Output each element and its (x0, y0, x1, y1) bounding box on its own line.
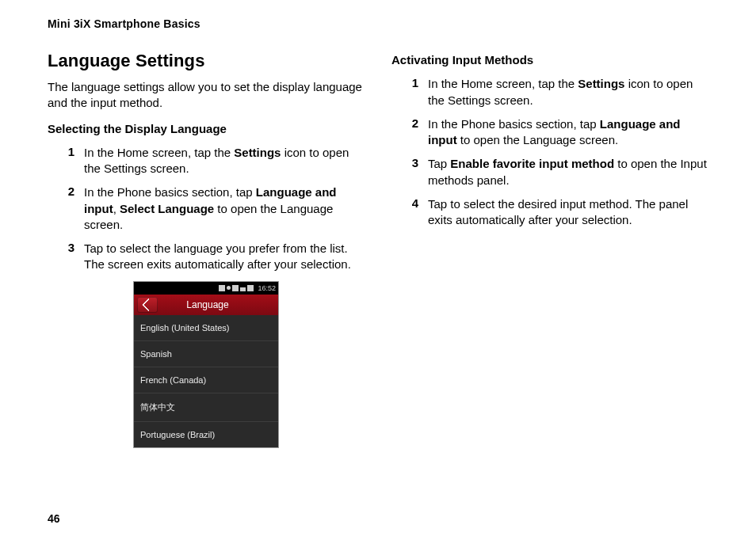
back-arrow-icon (142, 298, 155, 311)
step-number: 1 (65, 145, 74, 177)
status-icons (219, 285, 254, 291)
status-time: 16:52 (258, 284, 276, 292)
language-option[interactable]: Spanish (134, 341, 278, 367)
step-item: 1 In the Home screen, tap the Settings i… (65, 145, 365, 177)
two-column-layout: Language Settings The language settings … (48, 44, 708, 448)
step-number: 3 (409, 156, 418, 188)
step-item: 3 Tap Enable favorite input method to op… (409, 156, 708, 188)
language-option[interactable]: Portuguese (Brazil) (134, 422, 278, 447)
bold-term: Settings (234, 146, 281, 159)
section-title: Language Settings (48, 51, 365, 71)
language-option[interactable]: 简体中文 (134, 393, 278, 422)
text: Tap (428, 157, 450, 170)
step-text: Tap Enable favorite input method to open… (428, 156, 708, 188)
step-text: In the Home screen, tap the Settings ico… (84, 145, 365, 177)
step-text: Tap to select the language you prefer fr… (84, 241, 365, 273)
bold-term: Settings (578, 77, 624, 90)
phone-status-bar: 16:52 (134, 282, 278, 295)
language-list: English (United States) Spanish French (… (134, 315, 278, 447)
left-column: Language Settings The language settings … (48, 44, 365, 448)
battery-icon (247, 285, 254, 291)
text: , (113, 202, 120, 215)
subhead-activating-input: Activating Input Methods (391, 52, 708, 68)
right-column: Activating Input Methods 1 In the Home s… (391, 44, 708, 448)
step-number: 4 (409, 196, 418, 229)
bold-term: Select Language (120, 202, 214, 215)
intro-paragraph: The language settings allow you to set t… (48, 79, 365, 112)
network-icon (232, 285, 239, 291)
signal-dot-icon (227, 286, 231, 290)
step-text: In the Phone basics section, tap Languag… (428, 116, 708, 149)
step-number: 2 (65, 184, 74, 233)
steps-select-language: 1 In the Home screen, tap the Settings i… (48, 145, 365, 273)
text: to open the Language screen. (457, 133, 619, 146)
running-head: Mini 3iX Smartphone Basics (48, 17, 708, 30)
phone-screenshot: 16:52 Language English (United States) S… (133, 281, 279, 448)
text: In the Phone basics section, tap (428, 117, 600, 131)
signal-bars-icon (240, 285, 246, 291)
phone-title-bar: Language (134, 295, 278, 315)
subhead-select-language: Selecting the Display Language (48, 121, 365, 137)
language-option[interactable]: French (Canada) (134, 367, 278, 393)
sd-card-icon (219, 285, 225, 291)
text: In the Phone basics section, tap (84, 185, 256, 199)
step-item: 1 In the Home screen, tap the Settings i… (409, 76, 708, 108)
phone-screen-title: Language (158, 299, 278, 310)
step-text: Tap to select the desired input method. … (428, 196, 708, 229)
page-number: 46 (48, 512, 60, 525)
step-item: 2 In the Phone basics section, tap Langu… (65, 184, 365, 233)
step-number: 3 (65, 241, 74, 273)
step-item: 2 In the Phone basics section, tap Langu… (409, 116, 708, 149)
step-item: 4 Tap to select the desired input method… (409, 196, 708, 229)
steps-activating-input: 1 In the Home screen, tap the Settings i… (391, 76, 708, 228)
bold-term: Enable favorite input method (450, 157, 614, 170)
step-text: In the Phone basics section, tap Languag… (84, 184, 365, 233)
step-item: 3 Tap to select the language you prefer … (65, 241, 365, 273)
text: In the Home screen, tap the (428, 77, 578, 90)
language-option[interactable]: English (United States) (134, 315, 278, 341)
step-text: In the Home screen, tap the Settings ico… (428, 76, 708, 108)
step-number: 1 (409, 76, 418, 108)
text: In the Home screen, tap the (84, 146, 234, 159)
back-button[interactable] (137, 297, 158, 313)
step-number: 2 (409, 116, 418, 149)
